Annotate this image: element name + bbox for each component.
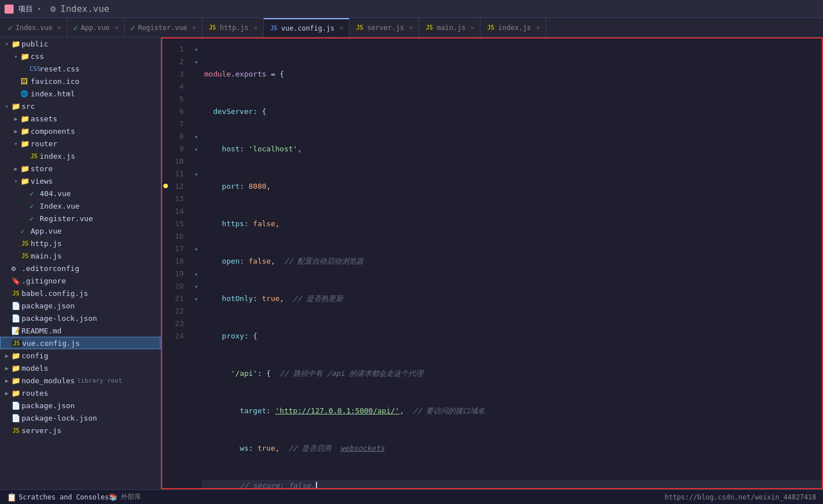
- folder-icon: 📁: [11, 40, 22, 48]
- sidebar-item-babel[interactable]: JS babel.config.js: [0, 287, 161, 299]
- line-num-14: 14: [162, 205, 191, 218]
- fold-1[interactable]: ▾: [191, 43, 202, 56]
- arrow-icon: ▶: [2, 378, 11, 384]
- gutter-3: [191, 68, 202, 81]
- fold-21[interactable]: ▾: [191, 293, 202, 305]
- tab-server-js[interactable]: JS server.js ✕: [349, 18, 419, 37]
- tab-index-vue[interactable]: ✓ Index.vue ✕: [2, 18, 67, 37]
- fold-9[interactable]: ▾: [191, 143, 202, 155]
- settings-icon[interactable]: ⚙: [50, 3, 56, 14]
- sidebar-item-index-vue2[interactable]: ✓ Index.vue: [0, 200, 161, 212]
- sidebar-item-node-modules[interactable]: ▶ 📁 node_modules library root: [0, 374, 161, 387]
- sidebar-item-404-vue[interactable]: ✓ 404.vue: [0, 187, 161, 200]
- fold-8[interactable]: ▾: [191, 130, 202, 143]
- minimize-icon[interactable]: Index.vue: [60, 3, 109, 14]
- sidebar-item-router[interactable]: ▾ 📁 router: [0, 137, 161, 150]
- folder-icon: 📁: [11, 364, 22, 372]
- tab-close-icon[interactable]: ✕: [471, 24, 475, 31]
- line-num-9: 9: [162, 143, 191, 155]
- arrow-icon: ▶: [11, 128, 20, 134]
- code-line-1: module.exports = {: [202, 68, 822, 81]
- sidebar-item-package-lock-json[interactable]: 📄 package-lock.json: [0, 312, 161, 324]
- tab-close-icon[interactable]: ✕: [115, 24, 119, 31]
- fold-2[interactable]: ▾: [191, 56, 202, 68]
- external-lib-section[interactable]: 📚 外部库: [109, 492, 141, 502]
- sidebar-item-root-package-json[interactable]: 📄 package.json: [0, 399, 161, 412]
- fold-20[interactable]: ▾: [191, 280, 202, 293]
- code-content[interactable]: module.exports = { devServer: { host: 'l…: [202, 39, 822, 488]
- project-icon: [5, 5, 14, 14]
- sidebar-item-models[interactable]: ▶ 📁 models: [0, 362, 161, 374]
- sidebar-item-http-js[interactable]: JS http.js: [0, 237, 161, 249]
- tab-close-icon[interactable]: ✕: [57, 24, 61, 31]
- sidebar-item-favicon[interactable]: 🖼 favicon.ico: [0, 75, 161, 87]
- tab-main-js[interactable]: JS main.js ✕: [419, 18, 480, 37]
- item-label: config: [22, 351, 48, 360]
- sidebar-item-views[interactable]: ▾ 📁 views: [0, 175, 161, 187]
- css-icon: CSS: [29, 65, 40, 73]
- sidebar-item-public[interactable]: ▾ 📁 public: [0, 37, 161, 50]
- gutter-12: [191, 180, 202, 193]
- tab-close-icon[interactable]: ✕: [340, 24, 344, 32]
- tab-label: index.js: [498, 24, 531, 32]
- sidebar-item-routes[interactable]: ▶ 📁 routes: [0, 387, 161, 399]
- tab-label: Index.vue: [15, 24, 52, 32]
- item-label: index.js: [40, 152, 75, 160]
- fold-11[interactable]: ▾: [191, 168, 202, 180]
- sidebar-item-components[interactable]: ▶ 📁 components: [0, 125, 161, 137]
- tab-close-icon[interactable]: ✕: [254, 24, 258, 31]
- arrow-icon: ▾: [11, 53, 20, 60]
- sidebar-item-main-js[interactable]: JS main.js: [0, 249, 161, 262]
- line-num-18: 18: [162, 255, 191, 268]
- tab-close-icon[interactable]: ✕: [536, 24, 540, 31]
- editor-scroll[interactable]: 1 2 3 4 5 6 7 8 9 10 11 12 13 14 15 16 1…: [162, 39, 822, 488]
- item-label: models: [22, 364, 48, 372]
- gutter-22: [191, 305, 202, 317]
- vue-icon: ✓: [29, 202, 40, 210]
- tab-index-js[interactable]: JS index.js ✕: [480, 18, 546, 37]
- sidebar-item-root-package-lock[interactable]: 📄 package-lock.json: [0, 412, 161, 424]
- item-label: index.html: [31, 90, 75, 98]
- vue-icon: ✓: [20, 227, 31, 235]
- js-icon: JS: [486, 24, 495, 31]
- line-num-12: 12: [162, 180, 191, 193]
- sidebar-item-index-html[interactable]: 🌐 index.html: [0, 87, 161, 100]
- sidebar-item-store[interactable]: ▶ 📁 store: [0, 162, 161, 175]
- gear-icon: ⚙: [11, 264, 22, 273]
- tab-http-js[interactable]: JS http.js ✕: [202, 18, 264, 37]
- dropdown-arrow[interactable]: ▾: [37, 5, 41, 12]
- fold-19[interactable]: ▾: [191, 268, 202, 280]
- sidebar-item-router-index[interactable]: JS index.js: [0, 150, 161, 162]
- scratches-and-consoles[interactable]: 📋 Scratches and Consoles: [7, 493, 109, 502]
- sidebar-item-readme[interactable]: 📝 README.md: [0, 324, 161, 337]
- arrow-icon: ▾: [2, 41, 11, 47]
- sidebar-item-vue-config[interactable]: JS vue.config.js: [0, 337, 161, 349]
- code-line-11: ws: true, // 是否启用 websockets: [202, 442, 822, 455]
- sidebar-item-src[interactable]: ▾ 📁 src: [0, 100, 161, 112]
- tab-close-icon[interactable]: ✕: [409, 24, 413, 31]
- item-label: src: [22, 102, 35, 111]
- gutter-13: [191, 193, 202, 205]
- tab-app-vue[interactable]: ✓ App.vue ✕: [67, 18, 125, 37]
- scratches-label: Scratches and Consoles: [19, 493, 109, 501]
- code-line-3: host: 'localhost',: [202, 143, 822, 155]
- sidebar-item-app-vue[interactable]: ✓ App.vue: [0, 225, 161, 237]
- tab-close-icon[interactable]: ✕: [192, 24, 196, 31]
- sidebar-item-register-vue[interactable]: ✓ Register.vue: [0, 212, 161, 225]
- item-label: package-lock.json: [22, 414, 97, 422]
- sidebar-item-css[interactable]: ▾ 📁 css: [0, 50, 161, 62]
- sidebar-item-assets[interactable]: ▶ 📁 assets: [0, 112, 161, 125]
- tab-register-vue[interactable]: ✓ Register.vue ✕: [125, 18, 202, 37]
- sidebar-item-server-js[interactable]: JS server.js: [0, 424, 161, 437]
- tab-vue-config-js[interactable]: JS vue.config.js ✕: [264, 18, 350, 37]
- js-icon: JS: [355, 24, 364, 31]
- fold-17[interactable]: ▾: [191, 243, 202, 255]
- sidebar-item-reset-css[interactable]: CSS reset.css: [0, 62, 161, 75]
- arrow-icon: ▶: [2, 390, 11, 396]
- sidebar-item-config[interactable]: ▶ 📁 config: [0, 349, 161, 362]
- line-num-23: 23: [162, 317, 191, 330]
- sidebar-item-editorconfig[interactable]: ⚙ .editorconfig: [0, 262, 161, 274]
- sidebar-item-gitignore[interactable]: 🔖 .gitignore: [0, 274, 161, 287]
- sidebar-item-package-json[interactable]: 📄 package.json: [0, 299, 161, 312]
- item-label: router: [31, 139, 57, 148]
